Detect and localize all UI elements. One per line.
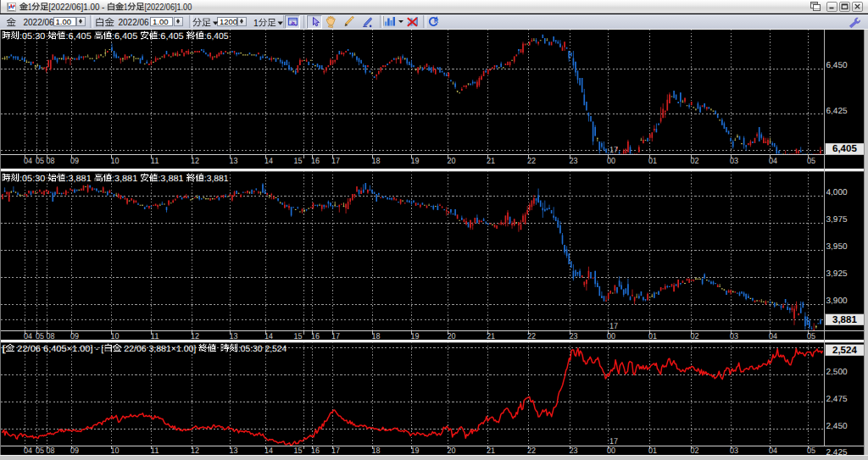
svg-text:12: 12 — [191, 332, 199, 341]
svg-text:2,450: 2,450 — [826, 422, 848, 431]
svg-text:22/06 6,405×1.00] - [: 22/06 6,405×1.00] - [ — [14, 344, 103, 354]
svg-text:19: 19 — [411, 157, 420, 166]
svg-text:10: 10 — [111, 157, 120, 166]
svg-text:16: 16 — [311, 332, 320, 341]
svg-text:00: 00 — [607, 332, 615, 341]
svg-text:20: 20 — [448, 157, 456, 166]
svg-text:05: 05 — [36, 446, 44, 456]
svg-text:05: 05 — [807, 446, 815, 456]
svg-text:16: 16 — [311, 446, 320, 456]
svg-text:6,450: 6,450 — [826, 61, 848, 70]
svg-text:22/06 3,881×1.00]: 22/06 3,881×1.00] — [121, 344, 198, 354]
svg-text:21: 21 — [487, 157, 495, 166]
svg-text:14: 14 — [264, 332, 273, 341]
svg-text:18: 18 — [372, 446, 381, 456]
svg-text:[2022/06]1.00: [2022/06]1.00 — [144, 3, 192, 12]
svg-text:1: 1 — [253, 18, 259, 28]
svg-text:22: 22 — [527, 332, 536, 341]
svg-text:01: 01 — [648, 332, 657, 341]
svg-text:18: 18 — [372, 332, 381, 341]
svg-text:09: 09 — [70, 157, 79, 166]
svg-text:11: 11 — [151, 157, 159, 166]
svg-text:20: 20 — [448, 446, 456, 456]
svg-text:12: 12 — [191, 446, 199, 456]
svg-text:00: 00 — [607, 157, 615, 166]
svg-text:09: 09 — [70, 332, 79, 341]
svg-text:08: 08 — [47, 446, 55, 456]
svg-text:19: 19 — [411, 446, 420, 456]
svg-text:19: 19 — [411, 332, 420, 341]
svg-text:13: 13 — [230, 332, 238, 341]
svg-text:2,475: 2,475 — [826, 395, 848, 404]
svg-text:3,900: 3,900 — [826, 297, 848, 306]
svg-text:05: 05 — [807, 332, 815, 341]
svg-text:04: 04 — [24, 332, 32, 341]
svg-text:08: 08 — [47, 157, 55, 166]
svg-text::6,405: :6,405 — [204, 31, 229, 42]
svg-text:17: 17 — [331, 157, 340, 166]
svg-text:05: 05 — [36, 332, 44, 341]
svg-text:00: 00 — [607, 446, 615, 456]
svg-text:14: 14 — [264, 446, 273, 456]
svg-text:4,000: 4,000 — [826, 188, 848, 197]
svg-text::05:30: :05:30 — [19, 31, 47, 42]
svg-text:17: 17 — [609, 437, 618, 446]
svg-text:6,405: 6,405 — [832, 144, 857, 154]
svg-text:3,881: 3,881 — [832, 315, 857, 325]
svg-text:1: 1 — [28, 3, 32, 12]
svg-text:10: 10 — [111, 332, 120, 341]
svg-text:04: 04 — [769, 446, 777, 456]
svg-text:05: 05 — [807, 157, 815, 166]
svg-text:09: 09 — [70, 446, 79, 456]
svg-text:15: 15 — [294, 446, 303, 456]
svg-text::3,881: :3,881 — [204, 174, 229, 184]
svg-text:3,975: 3,975 — [826, 215, 848, 224]
svg-text::6,405: :6,405 — [112, 31, 140, 42]
svg-text:02: 02 — [691, 332, 699, 341]
svg-text:21: 21 — [487, 332, 495, 341]
svg-text:04: 04 — [769, 157, 777, 166]
svg-text::05:30: :05:30 — [19, 174, 47, 184]
svg-text:3,950: 3,950 — [826, 242, 848, 252]
svg-text:03: 03 — [730, 332, 738, 341]
svg-text:02: 02 — [691, 446, 699, 456]
svg-text:15: 15 — [294, 332, 303, 341]
svg-text:[: [ — [2, 344, 6, 354]
svg-text:01: 01 — [648, 446, 657, 456]
svg-text:17: 17 — [331, 332, 340, 341]
svg-text::3,881: :3,881 — [65, 174, 93, 184]
svg-text:22: 22 — [527, 157, 536, 166]
svg-text:23: 23 — [570, 446, 578, 456]
svg-text:17: 17 — [609, 146, 618, 155]
svg-text:20: 20 — [448, 332, 456, 341]
svg-text:17: 17 — [609, 322, 618, 331]
svg-text:23: 23 — [570, 157, 578, 166]
svg-text:11: 11 — [151, 446, 159, 456]
svg-text:18: 18 — [372, 157, 381, 166]
svg-text:02: 02 — [691, 157, 699, 166]
svg-text:14: 14 — [264, 157, 273, 166]
svg-text:[2022/06]1.00 -: [2022/06]1.00 - — [48, 3, 107, 12]
svg-text:23: 23 — [570, 332, 578, 341]
svg-text:11: 11 — [151, 332, 159, 341]
svg-text::3,881: :3,881 — [112, 174, 140, 184]
svg-text:12: 12 — [191, 157, 199, 166]
svg-text:2,524: 2,524 — [832, 346, 857, 356]
svg-text:05: 05 — [36, 157, 44, 166]
svg-text::05:30 2,524: :05:30 2,524 — [238, 344, 287, 354]
svg-text:15: 15 — [294, 157, 303, 166]
svg-text::3,881: :3,881 — [158, 174, 186, 184]
svg-text:10: 10 — [111, 446, 120, 456]
svg-text::6,405: :6,405 — [65, 31, 93, 42]
svg-text:08: 08 — [47, 332, 55, 341]
svg-text:04: 04 — [769, 332, 777, 341]
svg-text:6,425: 6,425 — [826, 107, 848, 116]
svg-text::6,405: :6,405 — [158, 31, 186, 42]
svg-text:03: 03 — [730, 446, 738, 456]
svg-text:13: 13 — [230, 157, 238, 166]
svg-text:3,925: 3,925 — [826, 269, 848, 279]
svg-text:21: 21 — [487, 446, 495, 456]
svg-text:01: 01 — [648, 157, 657, 166]
svg-text:13: 13 — [230, 446, 238, 456]
svg-text:22: 22 — [527, 446, 536, 456]
